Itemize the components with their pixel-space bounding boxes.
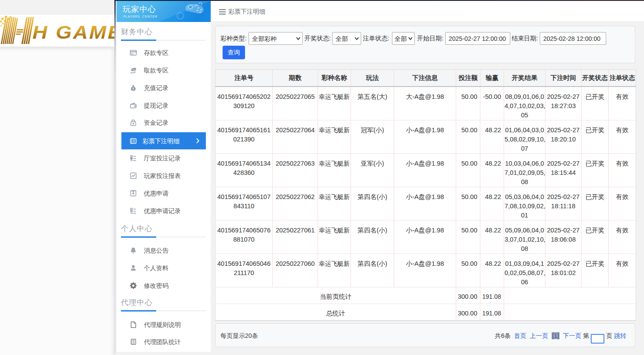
svg-text:H GAME: H GAME xyxy=(33,22,115,43)
